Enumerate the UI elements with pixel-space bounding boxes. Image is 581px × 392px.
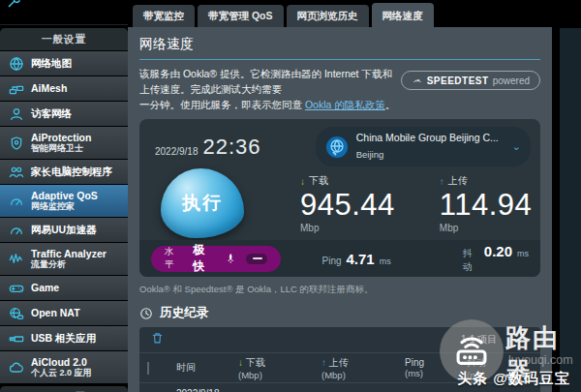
network-speed-panel: 网络速度 该服务由 Ookla® 提供。它检测路由器的 Internet 下载和… — [128, 27, 552, 392]
download-metric: ↓下载 945.44 Mbp — [300, 174, 395, 233]
level-label: 水平 — [165, 246, 182, 271]
speedtest-card: 2022/9/18 22:36 China Mobile Group — [139, 119, 540, 277]
history-table-row: 2022/9/1822:36 ↓ 945.44 ↑ 114.94 4.71 0.… — [139, 382, 540, 392]
sidebar-item-label: 网易UU加速器 — [31, 224, 97, 235]
network-map-icon — [8, 56, 24, 72]
tab-network-speed[interactable]: 网络速度 — [372, 3, 434, 27]
upload-unit: Mbp — [440, 223, 533, 233]
tab-bandwidth-qos[interactable]: 带宽管理 QoS — [198, 5, 284, 27]
parental-control-icon — [8, 165, 24, 180]
ping-result: Ping 4.71 ms — [321, 251, 390, 267]
sidebar-item-label: 家长电脑控制程序 — [31, 166, 112, 177]
sidebar-item-usb-apps[interactable]: USB 相关应用 — [0, 326, 128, 350]
page-scrollbar[interactable] — [560, 28, 581, 392]
tab-bar: 带宽监控 带宽管理 QoS 网页浏览历史 网络速度 — [128, 0, 552, 27]
pagination: 1-1 项目 ‹ › — [461, 333, 529, 347]
pagination-label: 1-1 项目 — [461, 333, 497, 347]
download-arrow-icon: ↓ — [300, 176, 305, 187]
server-name: China Mobile Group Beijing C... — [356, 132, 499, 144]
sidebar-item-aicloud[interactable]: AiCloud 2.0个人云 2.0 应用 — [0, 351, 128, 383]
delete-history-button[interactable] — [151, 331, 164, 348]
col-upload: ↑ 上传(Mbp) — [321, 356, 405, 380]
speedtest-gauge-icon — [412, 75, 423, 86]
level-toggle[interactable] — [246, 254, 268, 264]
history-clock-icon — [139, 307, 153, 320]
sidebar-item-label: Traffic Analyzer流量分析 — [31, 248, 107, 269]
cloud-icon — [8, 360, 24, 376]
chevron-down-icon[interactable]: ⌄ — [506, 140, 521, 153]
upload-metric: ↑上传 114.94 Mbp — [440, 174, 533, 233]
level-value: 极快 — [193, 242, 215, 275]
sidebar-item-guest-network[interactable]: 访客网络 — [0, 102, 128, 126]
gauge-icon — [8, 194, 24, 209]
sidebar-item-label: Open NAT — [31, 307, 80, 318]
history-title: 历史纪录 — [160, 305, 208, 321]
trash-icon — [151, 331, 164, 345]
select-all-checkbox[interactable] — [147, 362, 149, 375]
sidebar-item-label: AiMesh — [31, 82, 67, 94]
page-title: 网络速度 — [139, 36, 540, 60]
jitter-result: 抖动 0.20 ms — [463, 243, 529, 274]
sidebar-item-parental-control[interactable]: 家长电脑控制程序 — [0, 160, 128, 184]
service-description: 该服务由 Ookla® 提供。它检测路由器的 Internet 下载和上传速度。… — [139, 67, 401, 112]
gauge-icon — [8, 223, 24, 238]
main-content: 带宽监控 带宽管理 QoS 网页浏览历史 网络速度 网络速度 该服务由 Ookl… — [128, 0, 552, 392]
sidebar-item-game[interactable]: Game — [0, 276, 128, 300]
sidebar-item-label: 网络地图 — [31, 57, 72, 69]
server-selector[interactable]: China Mobile Group Beijing C... Beijing … — [316, 127, 531, 166]
sidebar-item-traffic-analyzer[interactable]: Traffic Analyzer流量分析 — [0, 243, 128, 275]
upload-value: 114.94 — [440, 188, 533, 223]
aimesh-icon — [8, 81, 24, 97]
speedtest-powered-badge: SPEEDTEST powered — [401, 71, 540, 90]
sidebar-item-label: Game — [31, 282, 59, 293]
sidebar-item-aimesh[interactable]: AiMesh — [0, 76, 128, 101]
col-ping: Ping(ms) — [405, 357, 467, 378]
guest-network-icon — [8, 106, 24, 122]
history-panel: 1-1 项目 ‹ › 时间 ↓ 下载(Mbp) ↑ 上传(Mbp) Ping(m… — [139, 327, 540, 392]
sidebar-top — [0, 0, 128, 25]
run-test-button[interactable]: 执行 — [161, 168, 244, 238]
chevron-right-icon[interactable]: › — [525, 334, 529, 347]
sidebar: 一般设置 网络地图 AiMesh 访客网络 AiProtection智能网络卫士… — [0, 0, 128, 392]
test-time: 22:36 — [203, 135, 261, 160]
sidebar-item-label: 访客网络 — [31, 107, 72, 119]
sidebar-item-label: AiCloud 2.0个人云 2.0 应用 — [31, 356, 92, 377]
sidebar-item-adaptive-qos[interactable]: Adaptive QoS网络监控家 — [0, 185, 128, 217]
speed-level-pill[interactable]: 水平 极快 — [151, 246, 281, 272]
sidebar-item-label: Adaptive QoS网络监控家 — [31, 190, 98, 211]
server-city: Beijing — [356, 149, 384, 160]
server-globe-icon — [325, 136, 349, 159]
cell-time: 2022/9/1822:36 — [176, 387, 238, 392]
wrench-partial-icon — [6, 0, 23, 10]
rocket-icon — [226, 253, 235, 265]
server-info: China Mobile Group Beijing C... Beijing — [356, 132, 499, 162]
ookla-trademark-note: Ookla® 和 Speedtest® 是 Ookla，LLC 的联邦注册商标。 — [139, 284, 540, 296]
col-download: ↓ 下载(Mbp) — [238, 356, 321, 380]
tab-bandwidth-monitor[interactable]: 带宽监控 — [133, 5, 195, 27]
shield-icon — [8, 136, 24, 151]
download-value: 945.44 — [300, 188, 395, 223]
waveform-icon — [8, 252, 24, 267]
sidebar-section-general: 一般设置 — [0, 28, 128, 50]
sidebar-item-open-nat[interactable]: Open NAT — [0, 301, 128, 325]
sidebar-item-aiprotection[interactable]: AiProtection智能网络卫士 — [0, 127, 128, 159]
sidebar-item-uu-accelerator[interactable]: 网易UU加速器 — [0, 218, 128, 242]
chevron-left-icon[interactable]: ‹ — [508, 334, 512, 347]
sidebar-menu: 网络地图 AiMesh 访客网络 AiProtection智能网络卫士 家长电脑… — [0, 51, 128, 383]
sidebar-section-advanced: 高级设置 — [0, 386, 128, 392]
tab-web-history[interactable]: 网页浏览历史 — [287, 5, 369, 27]
open-nat-icon — [8, 306, 24, 321]
upload-arrow-icon: ↑ — [440, 176, 444, 187]
gamepad-icon — [8, 281, 24, 296]
sidebar-item-label: USB 相关应用 — [31, 332, 96, 344]
test-date: 2022/9/18 — [155, 146, 199, 160]
col-jitter: 抖动(ms) — [467, 356, 525, 380]
test-datetime: 2022/9/18 22:36 — [155, 135, 261, 160]
router-admin-page: 一般设置 网络地图 AiMesh 访客网络 AiProtection智能网络卫士… — [0, 0, 581, 392]
history-table-header: 时间 ↓ 下载(Mbp) ↑ 上传(Mbp) Ping(ms) 抖动(ms) — [139, 352, 540, 382]
usb-icon — [8, 331, 24, 347]
download-unit: Mbp — [300, 223, 395, 233]
ookla-privacy-link[interactable]: Ookla 的隐私政策 — [305, 99, 385, 110]
sidebar-item-network-map[interactable]: 网络地图 — [0, 51, 128, 75]
col-time: 时间 — [176, 361, 238, 375]
